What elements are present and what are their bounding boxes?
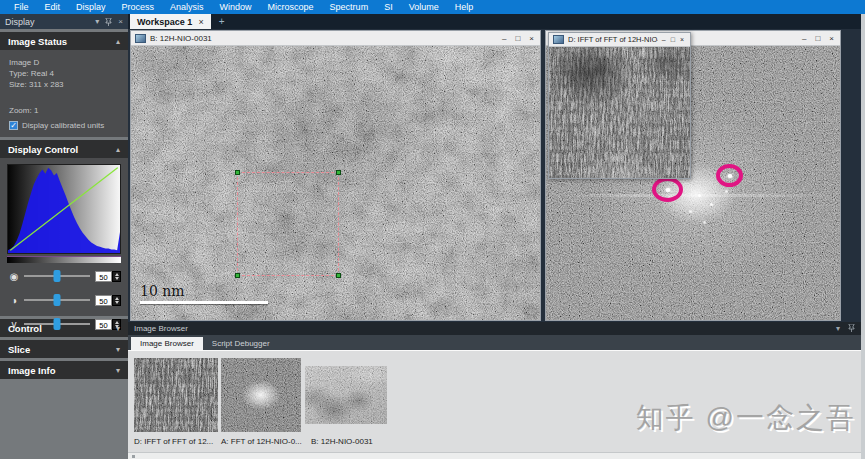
section-title: Display Control — [8, 144, 78, 155]
minimize-icon[interactable]: – — [802, 32, 806, 45]
roi-handle[interactable] — [235, 273, 240, 278]
menu-item-spectrum[interactable]: Spectrum — [322, 0, 377, 14]
chevron-down-icon[interactable]: ▾ — [95, 17, 99, 26]
menu-item-process[interactable]: Process — [114, 0, 163, 14]
menu-item-si[interactable]: SI — [376, 0, 401, 14]
menu-item-help[interactable]: Help — [447, 0, 482, 14]
close-icon[interactable]: × — [118, 17, 123, 26]
maximize-icon[interactable]: □ — [815, 32, 820, 45]
thumbnail-ifft[interactable] — [134, 358, 218, 432]
minimize-icon[interactable]: – — [502, 32, 506, 45]
right-edge-strip — [861, 14, 865, 459]
section-title: Image Status — [8, 36, 67, 47]
ifft-image[interactable] — [549, 47, 690, 178]
dock-panel-header: Display ▾ × — [0, 14, 128, 29]
contrast-stepper[interactable] — [112, 295, 121, 306]
section-title: Image Info — [8, 365, 56, 376]
pin-icon[interactable] — [848, 324, 855, 333]
chevron-down-icon[interactable]: ▾ — [836, 324, 840, 333]
new-workspace-button[interactable]: + — [219, 16, 225, 29]
tab-close-icon[interactable]: × — [198, 17, 203, 27]
tab-label: Workspace 1 — [137, 17, 192, 27]
browser-panel-title: Image Browser — [134, 324, 188, 333]
image-file-icon — [135, 34, 146, 43]
thumbnail-hrtem[interactable] — [305, 366, 387, 424]
image-file-icon — [553, 35, 564, 44]
contrast-slider-row: ◑ 50 — [7, 289, 121, 311]
collapse-arrow-icon: ▴ — [116, 37, 120, 46]
diffraction-spot — [665, 188, 670, 192]
status-image-name: Image D — [9, 57, 119, 68]
thumbnail-label-d[interactable]: D: IFFT of FFT of 12... — [134, 437, 213, 446]
brightness-slider-row: ◉ 50 — [7, 265, 121, 287]
window-title: D: IFFT of FFT of 12H-NIO-0... — [568, 35, 658, 44]
menu-item-file[interactable]: File — [6, 0, 37, 14]
image-window-b[interactable]: B: 12H-NIO-0031 – □ × 10 nm — [130, 30, 541, 321]
slider-handle[interactable] — [54, 294, 61, 306]
roi-handle[interactable] — [235, 170, 240, 175]
thumbnail-fft[interactable] — [221, 358, 301, 432]
hrtem-image[interactable]: 10 nm — [131, 46, 540, 320]
thumbnail-label-b[interactable]: B: 12H-NIO-0031 — [311, 437, 373, 446]
roi-handle[interactable] — [336, 273, 341, 278]
roi-selection-rectangle[interactable] — [237, 172, 339, 276]
section-header-image-info[interactable]: Image Info ▾ — [0, 361, 128, 379]
menu-item-microscope[interactable]: Microscope — [260, 0, 322, 14]
tab-script-debugger[interactable]: Script Debugger — [203, 337, 279, 350]
scale-bar-label: 10 nm — [140, 283, 185, 299]
window-title-bar[interactable]: B: 12H-NIO-0031 – □ × — [131, 31, 540, 46]
contrast-gradient-strip[interactable] — [7, 256, 121, 263]
calibrated-units-checkbox[interactable]: ✓ — [9, 121, 18, 130]
ifft-dark-region — [549, 47, 690, 178]
roi-handle[interactable] — [336, 170, 341, 175]
contrast-value-field[interactable]: 50 — [95, 295, 112, 306]
section-header-display-control[interactable]: Display Control ▴ — [0, 140, 128, 158]
browser-content: D: IFFT of FFT of 12... A: FFT of 12H-NI… — [128, 350, 861, 459]
gamma-slider[interactable] — [24, 323, 90, 325]
menu-item-display[interactable]: Display — [68, 0, 114, 14]
slider-handle[interactable] — [54, 318, 61, 330]
status-zoom: Zoom: 1 — [9, 105, 119, 116]
close-icon[interactable]: × — [680, 33, 684, 46]
calibrated-units-label: Display calibrated units — [22, 120, 104, 131]
close-icon[interactable]: × — [829, 32, 834, 45]
window-title-bar[interactable]: D: IFFT of FFT of 12H-NIO-0... – □ × — [549, 33, 690, 47]
maximize-icon[interactable]: □ — [671, 33, 675, 46]
menu-item-edit[interactable]: Edit — [37, 0, 69, 14]
brightness-stepper[interactable] — [112, 271, 121, 282]
menu-bar: File Edit Display Process Analysis Windo… — [0, 0, 865, 14]
menu-item-window[interactable]: Window — [212, 0, 260, 14]
section-title: Slice — [8, 344, 30, 355]
browser-scrollbar[interactable] — [128, 452, 861, 459]
menu-item-analysis[interactable]: Analysis — [162, 0, 212, 14]
tab-image-browser[interactable]: Image Browser — [131, 337, 203, 350]
application-window: File Edit Display Process Analysis Windo… — [0, 0, 865, 459]
slider-handle[interactable] — [54, 270, 61, 282]
brightness-value-field[interactable]: 50 — [95, 271, 112, 282]
gamma-value-field[interactable]: 50 — [95, 319, 112, 330]
status-image-size: Size: 311 x 283 — [9, 79, 119, 90]
close-icon[interactable]: × — [529, 32, 534, 45]
minimize-icon[interactable]: – — [662, 33, 666, 46]
image-window-d[interactable]: D: IFFT of FFT of 12H-NIO-0... – □ × — [548, 32, 691, 179]
maximize-icon[interactable]: □ — [515, 32, 520, 45]
browser-panel-header[interactable]: Image Browser ▾ — [128, 322, 861, 335]
collapse-arrow-icon: ▴ — [116, 145, 120, 154]
menu-item-volume[interactable]: Volume — [401, 0, 447, 14]
annotation-circle-2[interactable] — [716, 164, 743, 187]
scale-bar — [140, 301, 268, 304]
scroll-marker — [132, 455, 135, 458]
section-header-slice[interactable]: Slice ▾ — [0, 340, 128, 358]
brightness-slider[interactable] — [24, 275, 90, 277]
section-header-image-status[interactable]: Image Status ▴ — [0, 32, 128, 50]
intensity-histogram[interactable] — [7, 164, 121, 254]
image-status-body: Image D Type: Real 4 Size: 311 x 283 Zoo… — [0, 50, 128, 137]
pin-icon[interactable] — [105, 18, 112, 26]
annotation-circle-1[interactable] — [652, 177, 683, 202]
collapse-arrow-icon: ▾ — [116, 345, 120, 354]
display-control-body: ◉ 50 ◑ 50 γ 50 — [0, 158, 128, 316]
display-dock-panel: Display ▾ × Image Status ▴ Image D Type:… — [0, 14, 128, 459]
tab-workspace-1[interactable]: Workspace 1 × — [130, 14, 211, 29]
thumbnail-label-a[interactable]: A: FFT of 12H-NIO-0... — [221, 437, 302, 446]
contrast-slider[interactable] — [24, 299, 90, 301]
